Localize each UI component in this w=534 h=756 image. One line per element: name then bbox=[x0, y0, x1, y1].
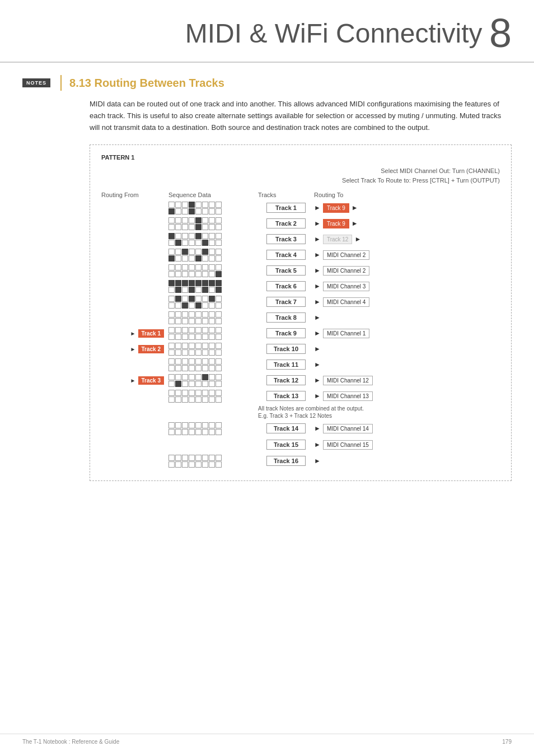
track-name-cell: Track 1 bbox=[258, 203, 314, 213]
routing-arrow-icon: ► bbox=[314, 441, 321, 449]
sequence-data-cell bbox=[168, 296, 258, 309]
track-row: Track 7►MIDI Channel 4 bbox=[101, 295, 500, 309]
routing-to-cell: ► bbox=[314, 314, 404, 321]
track-name-box: Track 8 bbox=[266, 312, 306, 323]
notes-badge: NOTES bbox=[22, 78, 50, 87]
routing-destination: MIDI Channel 4 bbox=[323, 297, 369, 307]
sequence-data-cell bbox=[168, 327, 258, 340]
sequence-data-cell bbox=[168, 422, 258, 435]
track-row: Track 13►MIDI Channel 13 bbox=[101, 389, 500, 403]
routing-arrow-icon: ► bbox=[314, 361, 321, 368]
footer-left: The T-1 Notebook : Reference & Guide bbox=[22, 739, 119, 745]
routing-arrow-icon: ► bbox=[314, 424, 321, 432]
track-name-cell: Track 11 bbox=[258, 360, 314, 370]
routing-destination: Track 9 bbox=[323, 219, 349, 228]
routing-from-cell: ►Track 3 bbox=[101, 376, 168, 385]
routing-to-cell: ►MIDI Channel 1 bbox=[314, 329, 404, 338]
routing-arrow-icon: ► bbox=[314, 204, 321, 212]
sequence-data-cell bbox=[168, 249, 258, 262]
track-name-cell: Track 4 bbox=[258, 250, 314, 260]
track-name-box: Track 3 bbox=[266, 234, 306, 244]
source-tag: Track 2 bbox=[138, 345, 164, 353]
sequence-data-cell bbox=[168, 264, 258, 277]
sequence-data-cell bbox=[168, 311, 258, 324]
track-name-box: Track 14 bbox=[266, 423, 306, 433]
track-row: Track 11► bbox=[101, 357, 500, 372]
track-name-cell: Track 15 bbox=[258, 440, 314, 450]
routing-to-cell: ►MIDI Channel 2 bbox=[314, 250, 404, 260]
column-headers: Routing From Sequence Data Tracks Routin… bbox=[101, 192, 500, 198]
track-name-box: Track 2 bbox=[266, 218, 306, 228]
routing-to-cell: ►MIDI Channel 4 bbox=[314, 297, 404, 307]
routing-destination: MIDI Channel 2 bbox=[323, 266, 369, 276]
track-name-cell: Track 12 bbox=[258, 375, 314, 385]
routing-arrow-icon: ► bbox=[314, 392, 321, 400]
col-header-tracks: Tracks bbox=[258, 192, 314, 198]
page-footer: The T-1 Notebook : Reference & Guide 179 bbox=[0, 734, 534, 745]
routing-from-cell: ►Track 2 bbox=[101, 345, 168, 353]
chapter-number: 8 bbox=[489, 10, 512, 56]
sequence-data-cell bbox=[168, 233, 258, 246]
track-name-box: Track 15 bbox=[266, 440, 306, 450]
track-name-cell: Track 6 bbox=[258, 281, 314, 291]
note-text-1: All track Notes are combined at the outp… bbox=[258, 405, 364, 412]
sequence-data-cell bbox=[168, 358, 258, 371]
routing-to-cell: ► bbox=[314, 457, 404, 465]
track-name-cell: Track 8 bbox=[258, 312, 314, 323]
track-name-box: Track 7 bbox=[266, 297, 306, 307]
col-header-sequence-data: Sequence Data bbox=[168, 192, 258, 198]
page-header: MIDI & WiFi Connectivity 8 bbox=[0, 0, 534, 63]
source-tag: Track 3 bbox=[138, 376, 164, 385]
track-name-cell: Track 7 bbox=[258, 297, 314, 307]
track-name-cell: Track 3 bbox=[258, 234, 314, 244]
track-row: Track 14►MIDI Channel 14 bbox=[101, 421, 500, 436]
page-title: MIDI & WiFi Connectivity bbox=[185, 18, 483, 49]
routing-arrow-icon: ► bbox=[314, 457, 321, 465]
track-name-box: Track 4 bbox=[266, 250, 306, 260]
routing-destination: MIDI Channel 13 bbox=[323, 391, 373, 401]
track-row: Track 1►Track 9► bbox=[101, 200, 500, 215]
track-row: ►Track 1Track 9►MIDI Channel 1 bbox=[101, 326, 500, 340]
track-rows: Track 1►Track 9►Track 2►Track 9►Track 3►… bbox=[101, 200, 500, 468]
sequence-data-cell bbox=[168, 202, 258, 214]
routing-to-cell: ►MIDI Channel 2 bbox=[314, 266, 404, 276]
routing-to-cell: ►Track 12► bbox=[314, 235, 404, 244]
track-name-cell: Track 13 bbox=[258, 391, 314, 401]
track-name-cell: Track 16 bbox=[258, 456, 314, 466]
section-divider bbox=[60, 75, 62, 91]
track-row: Track 5►MIDI Channel 2 bbox=[101, 263, 500, 278]
routing-arrow-icon: ► bbox=[314, 314, 321, 321]
track-name-box: Track 6 bbox=[266, 281, 306, 291]
routing-arrow-icon: ► bbox=[314, 235, 321, 243]
routing-arrow-icon: ► bbox=[314, 251, 321, 259]
routing-arrow2-icon: ► bbox=[352, 204, 358, 212]
routing-destination: MIDI Channel 3 bbox=[323, 282, 369, 291]
routing-arrow-icon: ► bbox=[314, 345, 321, 353]
routing-destination: Track 12 bbox=[323, 235, 353, 244]
track-row: Track 15►MIDI Channel 15 bbox=[101, 437, 500, 452]
routing-arrow2-icon: ► bbox=[352, 220, 358, 227]
routing-to-cell: ►Track 9► bbox=[314, 219, 404, 228]
sequence-data-cell bbox=[168, 280, 258, 293]
routing-destination: MIDI Channel 2 bbox=[323, 250, 369, 260]
routing-from-cell: ►Track 1 bbox=[101, 329, 168, 338]
routing-to-cell: ►Track 9► bbox=[314, 203, 404, 213]
track-name-cell: Track 14 bbox=[258, 423, 314, 433]
routing-arrow-icon: ► bbox=[314, 282, 321, 290]
routing-to-cell: ►MIDI Channel 12 bbox=[314, 376, 404, 385]
track-name-cell: Track 5 bbox=[258, 265, 314, 276]
routing-to-cell: ►MIDI Channel 15 bbox=[314, 440, 404, 450]
instructions: Select MIDI Channel Out: Turn (CHANNEL) … bbox=[101, 166, 500, 185]
footer-right: 179 bbox=[502, 739, 512, 745]
track-row: ►Track 2Track 10► bbox=[101, 342, 500, 356]
track-row: Track 2►Track 9► bbox=[101, 216, 500, 231]
routing-destination: MIDI Channel 14 bbox=[323, 424, 373, 433]
track-name-box: Track 5 bbox=[266, 265, 306, 276]
col-header-routing-to: Routing To bbox=[314, 192, 404, 198]
sequence-data-cell bbox=[168, 437, 258, 452]
col-header-routing-from: Routing From bbox=[101, 192, 168, 198]
routing-to-cell: ► bbox=[314, 345, 404, 353]
routing-to-cell: ►MIDI Channel 13 bbox=[314, 391, 404, 401]
routing-arrow-icon: ► bbox=[314, 220, 321, 227]
track-name-box: Track 16 bbox=[266, 456, 306, 466]
